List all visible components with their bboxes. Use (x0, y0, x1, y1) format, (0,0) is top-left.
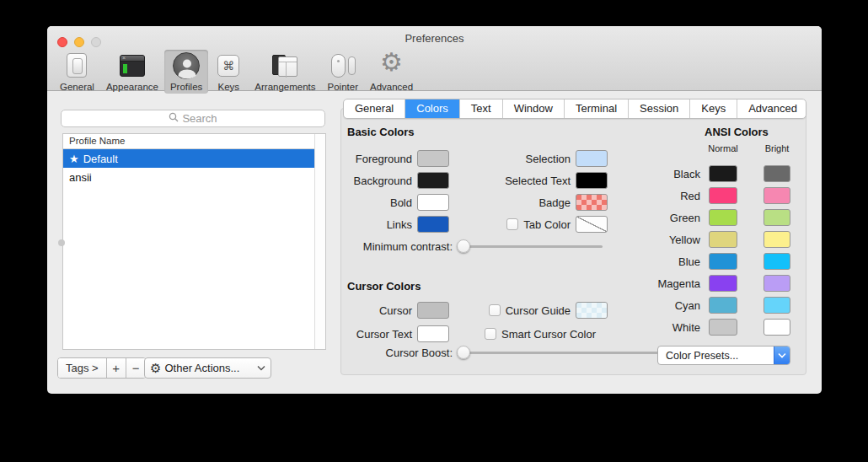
pointer-icon (329, 52, 357, 79)
ansi-row-black: Black (573, 165, 790, 182)
toolbar-item-appearance[interactable]: × Appearance (100, 50, 164, 94)
slider-knob[interactable] (457, 346, 470, 359)
profile-row-default[interactable]: ★ Default (63, 149, 314, 168)
ansi-yellow-bright-well[interactable] (764, 231, 790, 248)
cursor-boost-label-row: Cursor Boost: (334, 343, 453, 362)
window-title: Preferences (47, 32, 822, 45)
ansi-green-bright-well[interactable] (764, 209, 790, 226)
minimum-contrast-label-row: Minimum contrast: (334, 237, 453, 255)
keys-icon: ⌘ (214, 52, 243, 79)
ansi-row-yellow: Yellow (573, 231, 790, 248)
preferences-toolbar: General × Appearance Profiles (54, 50, 419, 94)
ansi-blue-bright-well[interactable] (764, 253, 790, 270)
profiles-icon (172, 52, 201, 79)
ansi-black-bright-well[interactable] (764, 165, 790, 182)
ansi-yellow-normal-well[interactable] (709, 231, 737, 248)
search-input[interactable]: Search (61, 110, 325, 127)
appearance-icon: × (118, 52, 147, 79)
star-icon: ★ (69, 153, 79, 165)
other-actions-dropdown[interactable]: ⚙ Other Actions... (144, 357, 271, 379)
arrangements-icon (271, 52, 299, 79)
preferences-window: Preferences General × Appearance (47, 26, 822, 394)
ansi-row-cyan: Cyan (573, 297, 790, 314)
profile-list: Profile Name ★ Default ansii (62, 133, 326, 350)
tab-window[interactable]: Window (503, 99, 565, 118)
gear-icon: ⚙ (150, 361, 161, 376)
tab-advanced[interactable]: Advanced (737, 99, 806, 118)
ansi-cyan-bright-well[interactable] (764, 297, 790, 314)
tab-session[interactable]: Session (629, 99, 690, 118)
foreground-row: Foreground (334, 149, 449, 168)
color-presets-dropdown[interactable]: Color Presets... (657, 346, 790, 365)
slider-knob[interactable] (457, 239, 470, 253)
ansi-row-green: Green (573, 209, 790, 226)
ansi-colors-heading: ANSI Colors (705, 126, 769, 138)
cursor-text-row: Cursor Text (334, 325, 449, 343)
links-row: Links (334, 215, 449, 234)
tab-color-checkbox[interactable] (506, 218, 518, 230)
chevron-down-icon (774, 346, 790, 364)
profile-list-scrollbar[interactable] (314, 134, 325, 349)
cursor-color-well[interactable] (417, 302, 449, 319)
ansi-row-blue: Blue (573, 253, 790, 270)
background-color-well[interactable] (417, 172, 449, 189)
general-icon (62, 52, 91, 79)
background-row: Background (334, 171, 449, 190)
selection-color-well[interactable] (576, 150, 608, 167)
add-profile-button[interactable]: + (107, 358, 126, 378)
foreground-color-well[interactable] (417, 150, 449, 167)
cursor-row: Cursor (334, 301, 449, 320)
ansi-black-normal-well[interactable] (709, 165, 737, 182)
ansi-white-normal-well[interactable] (709, 319, 737, 336)
ansi-red-normal-well[interactable] (709, 187, 737, 204)
tags-button[interactable]: Tags > (58, 358, 107, 378)
toolbar-item-keys[interactable]: ⌘ Keys (208, 50, 249, 94)
chevron-down-icon (257, 365, 265, 371)
tab-colors[interactable]: Colors (405, 99, 460, 118)
ansi-row-white: White (573, 319, 790, 336)
ansi-row-red: Red (573, 187, 790, 204)
profile-tab-bar: General Colors Text Window Terminal Sess… (343, 99, 806, 119)
bold-color-well[interactable] (417, 194, 449, 211)
toolbar-item-pointer[interactable]: Pointer (322, 50, 364, 94)
resize-dot (58, 239, 65, 246)
ansi-magenta-normal-well[interactable] (709, 275, 737, 292)
ansi-bright-header: Bright (755, 143, 799, 153)
search-icon (169, 112, 179, 125)
smart-cursor-checkbox[interactable] (485, 328, 496, 340)
profile-row-ansii[interactable]: ansii (63, 168, 314, 186)
ansi-magenta-bright-well[interactable] (764, 275, 790, 292)
toolbar-item-advanced[interactable]: ⚙ Advanced (364, 50, 419, 94)
cursor-colors-heading: Cursor Colors (347, 280, 421, 293)
cursor-text-color-well[interactable] (417, 325, 449, 342)
tab-general[interactable]: General (344, 99, 405, 118)
profile-actions-group: Tags > + − (57, 357, 147, 379)
tab-text[interactable]: Text (460, 99, 503, 118)
toolbar-item-arrangements[interactable]: Arrangements (249, 50, 321, 94)
profile-list-header[interactable]: Profile Name (63, 134, 325, 149)
ansi-green-normal-well[interactable] (709, 209, 737, 226)
toolbar-item-general[interactable]: General (54, 50, 100, 94)
ansi-row-magenta: Magenta (573, 275, 790, 292)
window-header: Preferences General × Appearance (47, 26, 822, 91)
advanced-icon: ⚙ (378, 52, 406, 79)
tab-keys[interactable]: Keys (690, 99, 737, 118)
ansi-red-bright-well[interactable] (764, 187, 790, 204)
ansi-cyan-normal-well[interactable] (709, 297, 737, 314)
ansi-blue-normal-well[interactable] (709, 253, 737, 270)
bold-row: Bold (334, 193, 449, 212)
basic-colors-heading: Basic Colors (347, 126, 414, 138)
remove-profile-button[interactable]: − (126, 358, 146, 378)
tab-terminal[interactable]: Terminal (565, 99, 629, 118)
cursor-guide-checkbox[interactable] (489, 304, 501, 316)
toolbar-item-profiles[interactable]: Profiles (164, 50, 208, 94)
search-placeholder: Search (182, 112, 217, 125)
ansi-white-bright-well[interactable] (764, 319, 790, 336)
ansi-normal-header: Normal (700, 143, 746, 153)
links-color-well[interactable] (417, 216, 449, 233)
